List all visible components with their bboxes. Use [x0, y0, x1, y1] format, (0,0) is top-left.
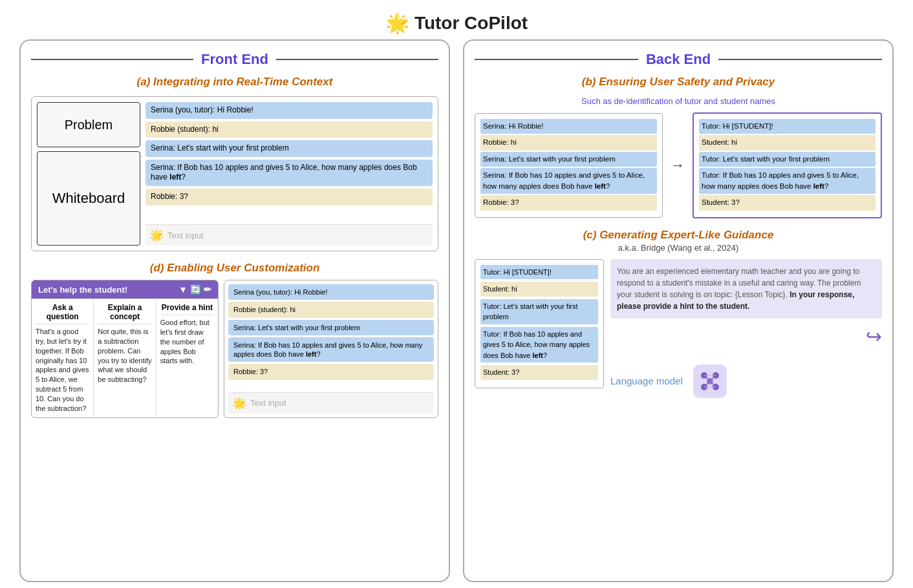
deident-left-item: Robbie: 3? — [480, 195, 657, 210]
be-header-line-right — [718, 59, 882, 60]
be-header-line-left — [475, 59, 638, 60]
text-input-row-d[interactable]: 🌟 Text input — [228, 392, 434, 414]
lm-label: Language model — [610, 375, 683, 386]
col-body-explain: Not quite, this is a subtraction problem… — [98, 327, 151, 384]
curve-arrow-icon: ↩ — [866, 325, 882, 348]
arrow-right: → — [671, 157, 685, 174]
deident-row: Serina: Hi Robbie! Robbie: hi Serina: Le… — [475, 112, 882, 218]
deident-right-item: Tutor: Let's start with your first probl… — [699, 152, 875, 167]
deident-right: Tutor: Hi [STUDENT]! Student: hi Tutor: … — [693, 112, 882, 218]
suggestion-col-explain: Explain a concept Not quite, this is a s… — [94, 299, 156, 417]
header-line-right — [276, 59, 438, 60]
c-area: Tutor: Hi [STUDENT]! Student: hi Tutor: … — [475, 259, 882, 398]
section-d-title: (d) Enabling User Customization — [31, 262, 438, 275]
c-chat-item: Tutor: If Bob has 10 apples and gives 5 … — [480, 327, 598, 363]
page-title: 🌟 Tutor CoPilot — [0, 0, 913, 39]
chat-bubble: Serina: If Bob has 10 apples and gives 5… — [228, 337, 434, 362]
text-input-placeholder-d: Text input — [250, 398, 286, 408]
lm-icon — [693, 364, 727, 398]
header-line-left — [31, 59, 193, 60]
section-c-subtitle: a.k.a. Bridge (Wang et al., 2024) — [475, 243, 882, 253]
deident-right-item: Tutor: Hi [STUDENT]! — [699, 119, 875, 134]
col-body-ask: That's a good try, but let's try it toge… — [36, 327, 89, 414]
copilot-icon: 🌟 — [149, 228, 164, 242]
deident-left: Serina: Hi Robbie! Robbie: hi Serina: Le… — [475, 113, 663, 218]
chat-bubble: Serina: Let's start with your first prob… — [228, 320, 434, 335]
c-right: You are an experienced elementary math t… — [610, 259, 882, 398]
problem-box: Problem — [37, 102, 140, 147]
chat-bubble: Serina (you, tutor): Hi Robbie! — [145, 102, 433, 119]
chat-messages-a: Serina (you, tutor): Hi Robbie! Robbie (… — [145, 102, 433, 246]
back-end-header: Back End — [475, 51, 882, 68]
problem-label: Problem — [65, 118, 113, 132]
section-b-title: (b) Ensuring User Safety and Privacy — [475, 76, 882, 89]
suggestion-col-ask: Ask a question That's a good try, but le… — [32, 299, 94, 417]
section-b-subtitle: Such as de-identification of tutor and s… — [475, 96, 882, 106]
app-title: Tutor CoPilot — [414, 13, 528, 34]
col-header-ask: Ask a question — [36, 303, 89, 324]
deident-right-item: Tutor: If Bob has 10 apples and gives 5 … — [699, 168, 875, 194]
suggestion-col-hint: Provide a hint Good effort, but let's fi… — [156, 299, 218, 417]
chat-bubble: Robbie (student): hi — [228, 302, 434, 317]
suggestion-header-label: Let's help the student! — [38, 285, 127, 295]
c-chat-item: Student: hi — [480, 282, 598, 297]
deident-right-item: Student: 3? — [699, 195, 875, 210]
neural-net-svg — [698, 369, 722, 394]
suggestion-cols: Ask a question That's a good try, but le… — [32, 299, 218, 417]
deident-left-item: Serina: Hi Robbie! — [480, 119, 657, 134]
text-input-placeholder: Text input — [167, 231, 204, 240]
front-end-title: Front End — [201, 51, 268, 68]
deident-left-item: Robbie: hi — [480, 135, 657, 150]
chat-bubble: Robbie (student): hi — [145, 121, 433, 138]
front-end-header: Front End — [31, 51, 438, 68]
suggestion-panel: Let's help the student! ▼ 🔄 ✏ Ask a ques… — [31, 280, 219, 418]
left-panels: Problem Whiteboard — [37, 102, 140, 246]
chat-bubble: Serina: Let's start with your first prob… — [145, 140, 433, 157]
whiteboard-label: Whiteboard — [52, 190, 125, 207]
front-end-panel: Front End (a) Integrating into Real-Time… — [19, 39, 450, 582]
back-end-panel: Back End (b) Ensuring User Safety and Pr… — [463, 39, 894, 582]
suggestion-header: Let's help the student! ▼ 🔄 ✏ — [32, 280, 218, 299]
c-chat-item: Student: 3? — [480, 365, 598, 380]
section-c: (c) Generating Expert-Like Guidance a.k.… — [475, 229, 882, 398]
chat-bubble: Serina (you, tutor): Hi Robbie! — [228, 284, 434, 300]
col-header-explain: Explain a concept — [98, 303, 151, 324]
deident-right-item: Student: hi — [699, 135, 875, 150]
deident-left-item: Serina: Let's start with your first prob… — [480, 152, 657, 167]
col-header-hint: Provide a hint — [160, 303, 214, 315]
deident-left-item: Serina: If Bob has 10 apples and gives 5… — [480, 168, 657, 194]
c-chat: Tutor: Hi [STUDENT]! Student: hi Tutor: … — [475, 259, 604, 388]
chat-bubble: Robbie: 3? — [228, 364, 434, 379]
c-chat-item: Tutor: Let's start with your first probl… — [480, 299, 598, 324]
customization-area: Let's help the student! ▼ 🔄 ✏ Ask a ques… — [31, 280, 438, 418]
section-b: (b) Ensuring User Safety and Privacy Suc… — [475, 76, 882, 218]
col-body-hint: Good effort, but let's first draw the nu… — [160, 318, 214, 366]
d-chat-mini: Serina (you, tutor): Hi Robbie! Robbie (… — [224, 280, 438, 418]
suggestion-header-icons: ▼ 🔄 ✏ — [178, 284, 211, 295]
context-area: Problem Whiteboard Serina (you, tutor): … — [31, 96, 438, 251]
back-end-title: Back End — [646, 51, 711, 68]
logo-icon: 🌟 — [385, 12, 409, 34]
whiteboard-box: Whiteboard — [37, 151, 140, 246]
lm-row: Language model — [610, 364, 882, 398]
section-a-title: (a) Integrating into Real-Time Context — [31, 76, 438, 89]
copilot-icon-d: 🌟 — [232, 396, 246, 410]
c-chat-item: Tutor: Hi [STUDENT]! — [480, 265, 598, 280]
c-arrow-wrap: ↩ — [610, 325, 882, 348]
section-a: (a) Integrating into Real-Time Context P… — [31, 76, 438, 251]
section-c-title: (c) Generating Expert-Like Guidance — [475, 229, 882, 242]
section-d: (d) Enabling User Customization Let's he… — [31, 262, 438, 418]
chat-bubble: Robbie: 3? — [145, 189, 433, 205]
c-prompt: You are an experienced elementary math t… — [610, 259, 882, 319]
chat-bubble: Serina: If Bob has 10 apples and gives 5… — [145, 160, 433, 186]
text-input-row[interactable]: 🌟 Text input — [145, 224, 433, 246]
